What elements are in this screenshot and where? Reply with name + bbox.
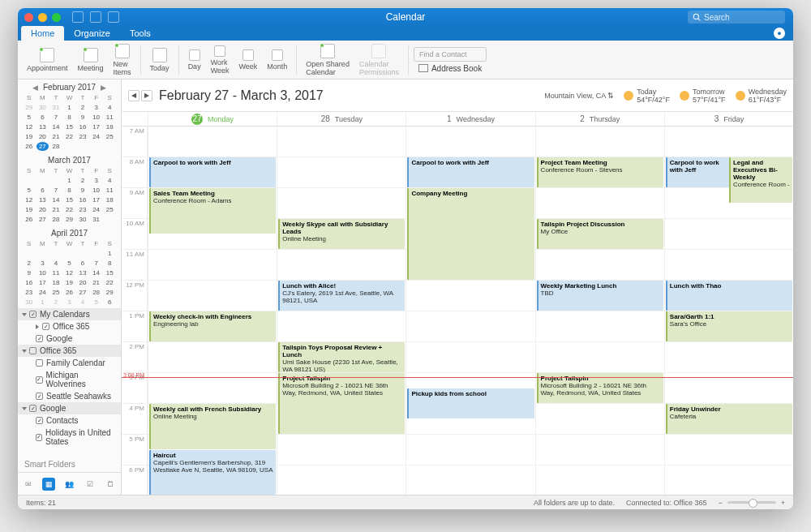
mini-cal-day[interactable]	[90, 249, 103, 258]
mini-cal-day[interactable]: F	[90, 166, 103, 175]
search-box[interactable]	[688, 11, 785, 24]
mini-cal-day[interactable]: 1	[103, 249, 116, 258]
mini-cal-day[interactable]: 25	[103, 205, 116, 214]
mini-cal-day[interactable]: 1	[63, 176, 76, 185]
mini-cal-day[interactable]: 4	[76, 298, 89, 307]
calendar-item[interactable]: ✓Office 365	[18, 320, 121, 332]
mini-cal-day[interactable]: 2	[76, 103, 89, 112]
mini-cal-day[interactable]: 23	[76, 132, 89, 141]
mini-cal-day[interactable]: 14	[49, 195, 62, 204]
mini-cal-day[interactable]: W	[63, 166, 76, 175]
mini-cal-day[interactable]: T	[49, 166, 62, 175]
mini-cal-day[interactable]	[23, 249, 36, 258]
mini-cal-day[interactable]	[76, 249, 89, 258]
appointment-button[interactable]: Appointment	[23, 46, 72, 74]
day-col-thursday[interactable]: Project Team MeetingConference Room - St…	[535, 127, 664, 495]
mini-cal-day[interactable]: 26	[63, 288, 76, 297]
time-slot[interactable]	[536, 435, 664, 466]
calendar-event[interactable]: Lunch with Thao	[666, 281, 792, 311]
mini-cal-day[interactable]: S	[103, 239, 116, 248]
mini-cal-day[interactable]: 8	[63, 113, 76, 122]
close-window-button[interactable]	[24, 13, 33, 22]
mini-cal-day[interactable]: 7	[49, 186, 62, 195]
mini-cal-day[interactable]: 16	[76, 122, 89, 131]
mini-cal-day[interactable]: W	[63, 239, 76, 248]
mini-cal-day[interactable]	[23, 176, 36, 185]
calendar-item[interactable]: ✓Holidays in United States	[18, 427, 121, 448]
tab-organize[interactable]: Organize	[64, 26, 120, 41]
mini-cal-day[interactable]: 9	[23, 268, 36, 277]
mini-cal-day[interactable]: 23	[76, 205, 89, 214]
day-header[interactable]: 2Thursday	[535, 112, 664, 126]
mini-calendar[interactable]: ◀February 2017▶SMTWTFS293031123456789101…	[18, 79, 121, 152]
mini-cal-day[interactable]: 24	[90, 132, 103, 141]
mini-cal-day[interactable]	[49, 176, 62, 185]
next-week-button[interactable]: ▶	[141, 90, 152, 101]
find-contact-input[interactable]: Find a Contact	[414, 47, 487, 62]
day-col-tuesday[interactable]: Weekly Skype call with Subsidiary LeadsO…	[277, 127, 406, 495]
time-slot[interactable]	[406, 311, 534, 342]
mini-cal-day[interactable]: 7	[90, 259, 103, 268]
next-month-button[interactable]: ▶	[101, 84, 106, 92]
time-slot[interactable]	[406, 127, 534, 157]
mini-calendar[interactable]: April 2017SMTWTFS12345678910111213141516…	[18, 225, 121, 308]
calendar-event[interactable]: Weekly Marketing LunchTBD	[537, 281, 663, 311]
mini-cal-day[interactable]: 15	[63, 195, 76, 204]
mini-cal-day[interactable]: 17	[36, 278, 49, 287]
time-slot[interactable]	[665, 250, 793, 281]
mini-cal-day[interactable]: 23	[23, 288, 36, 297]
time-slot[interactable]	[665, 219, 793, 250]
time-slot[interactable]	[536, 342, 664, 373]
mini-cal-day[interactable]: 1	[36, 298, 49, 307]
time-slot[interactable]	[665, 466, 793, 495]
mini-cal-day[interactable]: 6	[76, 259, 89, 268]
calendar-event[interactable]: Legal and Executives Bi-WeeklyConference…	[729, 157, 792, 203]
mini-cal-day[interactable]	[49, 249, 62, 258]
calendar-event[interactable]: Pickup kids from school	[407, 388, 534, 418]
mini-cal-day[interactable]: S	[23, 93, 36, 102]
zoom-slider[interactable]	[727, 501, 776, 504]
mini-cal-day[interactable]: 6	[36, 186, 49, 195]
mini-cal-day[interactable]	[103, 142, 116, 151]
people-icon[interactable]: 👥	[62, 478, 75, 491]
checkbox[interactable]: ✓	[29, 405, 36, 412]
day-header[interactable]: 3Friday	[664, 112, 793, 126]
time-slot[interactable]	[277, 188, 406, 219]
day-col-wednesday[interactable]: Carpool to work with JeffCompany Meeting…	[406, 127, 534, 495]
calendar-item[interactable]: ✓Contacts	[18, 414, 121, 427]
mini-cal-day[interactable]: 31	[90, 215, 103, 224]
mini-cal-day[interactable]: 14	[49, 122, 62, 131]
new-items-button[interactable]: New Items	[109, 42, 135, 78]
mini-cal-day[interactable]: M	[36, 93, 49, 102]
mini-cal-day[interactable]: F	[90, 93, 103, 102]
mini-cal-day[interactable]: 30	[36, 103, 49, 112]
calendar-group[interactable]: ✓My Calendars	[18, 308, 121, 320]
calendar-item[interactable]: ✓Michigan Wolverines	[18, 369, 121, 390]
mini-cal-day[interactable]: 5	[63, 259, 76, 268]
calendar-group[interactable]: ✓Google	[18, 402, 121, 414]
zoom-in-icon[interactable]: +	[781, 499, 785, 507]
grid-wrap[interactable]: 7 AM8 AM9 AM10 AM11 AM12 PM1 PM2 PM3 PM4…	[122, 127, 793, 495]
mini-cal-day[interactable]: 10	[36, 268, 49, 277]
day-col-friday[interactable]: Carpool to work with JeffLegal and Execu…	[664, 127, 793, 495]
calendar-event[interactable]: Weekly Skype call with Subsidiary LeadsO…	[278, 219, 405, 249]
mini-cal-day[interactable]: 24	[36, 288, 49, 297]
mini-cal-day[interactable]: 13	[36, 195, 49, 204]
checkbox[interactable]: ✓	[42, 323, 49, 330]
work-week-view-button[interactable]: Work Week	[207, 44, 234, 76]
prev-month-button[interactable]: ◀	[32, 84, 38, 92]
calendar-event[interactable]: Weekly check-in with EngineersEngineerin…	[149, 311, 276, 341]
mini-cal-day[interactable]: 5	[90, 298, 103, 307]
mini-cal-day[interactable]: 22	[63, 205, 76, 214]
prev-week-button[interactable]: ◀	[128, 90, 139, 101]
mini-cal-day[interactable]: 19	[23, 132, 36, 141]
mini-cal-day[interactable]: 22	[103, 278, 116, 287]
mini-cal-day[interactable]: 4	[103, 176, 116, 185]
today-button[interactable]: Today	[146, 46, 174, 74]
mini-cal-day[interactable]	[76, 142, 89, 151]
notes-icon[interactable]: 🗒	[104, 478, 117, 491]
calendar-group[interactable]: Office 365	[18, 345, 121, 357]
day-col-monday[interactable]: Carpool to work with JeffSales Team Meet…	[148, 127, 277, 495]
print-icon[interactable]	[108, 11, 119, 23]
mini-cal-day[interactable]: 27	[36, 142, 49, 151]
